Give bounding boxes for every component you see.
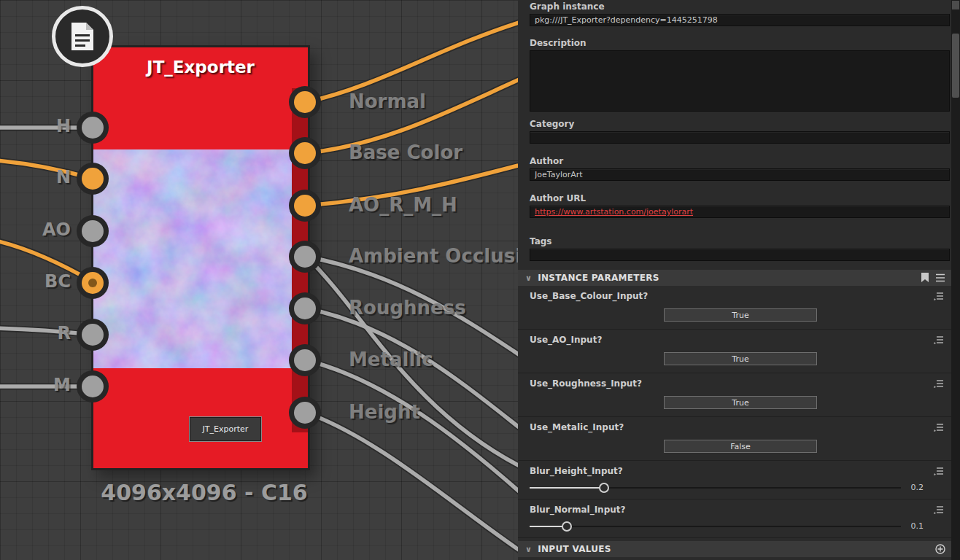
- blur-normal-slider[interactable]: [530, 526, 901, 527]
- substance-designer-window: JT_Exporter JT_Exporter H N AO BC R M: [0, 0, 960, 560]
- pin-core: [82, 324, 104, 346]
- bookmark-icon[interactable]: [921, 273, 929, 283]
- output-pin-ambient-occlusion[interactable]: [289, 241, 321, 273]
- pin-core: [82, 272, 104, 294]
- description-label: Description: [530, 38, 587, 48]
- param-row: Use_Metalic_Input? False: [518, 417, 951, 461]
- use-ao-toggle[interactable]: True: [664, 352, 817, 365]
- blur-height-slider[interactable]: [530, 487, 901, 489]
- pin-core: [82, 117, 104, 139]
- output-pin-normal[interactable]: [289, 86, 321, 118]
- pin-core: [82, 220, 104, 242]
- use-base-colour-toggle[interactable]: True: [664, 308, 817, 322]
- blur-height-value: 0.2: [911, 483, 924, 492]
- author-label: Author: [530, 156, 563, 166]
- input-label-r: R: [5, 323, 71, 343]
- output-label-normal: Normal: [349, 90, 426, 112]
- slider-handle[interactable]: [599, 483, 609, 493]
- param-row: Blur_Height_Input? 0.2: [518, 461, 951, 499]
- output-label-roughness: Roughness: [349, 297, 466, 319]
- input-pin-bc[interactable]: [77, 267, 109, 299]
- pin-core: [294, 298, 316, 319]
- pin-core: [294, 246, 316, 268]
- param-row: Use_AO_Input? True: [518, 330, 951, 373]
- add-input-icon[interactable]: [935, 544, 945, 554]
- function-menu-icon[interactable]: [934, 290, 944, 304]
- input-pin-n[interactable]: [77, 163, 109, 195]
- pin-core: [82, 376, 104, 397]
- input-pin-h[interactable]: [77, 112, 109, 144]
- function-menu-icon[interactable]: [934, 465, 944, 479]
- output-pin-metallic[interactable]: [289, 344, 321, 376]
- tags-label: Tags: [530, 236, 551, 246]
- function-menu-icon[interactable]: [934, 334, 944, 348]
- node-graph-canvas[interactable]: JT_Exporter JT_Exporter H N AO BC R M: [0, 0, 518, 560]
- param-row: Use_Roughness_Input? True: [518, 373, 951, 417]
- output-pin-height[interactable]: [289, 397, 321, 429]
- use-metalic-toggle[interactable]: False: [664, 440, 817, 453]
- description-textarea[interactable]: [530, 50, 950, 112]
- function-menu-icon[interactable]: [934, 504, 944, 518]
- node-resolution-label: 4096x4096 - C16: [44, 480, 365, 505]
- input-values-header[interactable]: ∨ INPUT VALUES: [518, 541, 951, 557]
- output-pin-roughness[interactable]: [289, 292, 321, 324]
- param-label: Use_Base_Colour_Input?: [530, 291, 648, 301]
- output-pin-ao-r-m-h[interactable]: [289, 190, 321, 222]
- output-label-metallic: Metallic: [349, 349, 433, 370]
- input-values-title: INPUT VALUES: [538, 544, 611, 554]
- output-label-height: Height: [349, 401, 420, 423]
- function-menu-icon[interactable]: [934, 421, 944, 435]
- output-pin-base-color[interactable]: [289, 137, 321, 169]
- node-title: JT_Exporter: [93, 58, 308, 77]
- instance-parameters-title: INSTANCE PARAMETERS: [538, 273, 659, 283]
- slider-fill: [530, 487, 604, 489]
- tags-input[interactable]: [530, 249, 950, 261]
- pin-core: [82, 168, 104, 190]
- chevron-down-icon[interactable]: ∨: [525, 273, 532, 283]
- panel-scrollbar[interactable]: [951, 0, 960, 560]
- scrollbar-up-button[interactable]: [952, 1, 959, 9]
- package-node-icon[interactable]: [52, 6, 113, 67]
- author-url-link[interactable]: https://www.artstation.com/joetaylorart: [535, 207, 693, 217]
- chevron-down-icon[interactable]: ∨: [525, 545, 532, 554]
- param-label: Use_Roughness_Input?: [530, 378, 642, 389]
- param-row: Use_Base_Colour_Input? True: [518, 286, 951, 330]
- jt-exporter-node[interactable]: JT_Exporter JT_Exporter: [91, 45, 310, 470]
- input-label-ao: AO: [5, 219, 71, 240]
- scrollbar-thumb[interactable]: [952, 34, 959, 98]
- input-label-h: H: [5, 116, 71, 136]
- pin-core: [294, 402, 316, 424]
- pin-core: [294, 91, 316, 113]
- input-pin-m[interactable]: [77, 370, 109, 402]
- use-roughness-toggle[interactable]: True: [664, 396, 817, 409]
- param-label: Blur_Height_Input?: [530, 466, 623, 476]
- blur-normal-value: 0.1: [911, 521, 924, 531]
- param-label: Blur_Normal_Input?: [530, 505, 625, 515]
- graph-instance-label: Graph instance: [530, 1, 605, 12]
- category-label: Category: [530, 119, 574, 129]
- pin-core: [294, 142, 316, 164]
- graph-instance-input[interactable]: [530, 14, 950, 26]
- input-label-m: M: [5, 375, 71, 395]
- input-label-bc: BC: [5, 271, 71, 292]
- param-row: Blur_Normal_Input? 0.1: [518, 499, 951, 538]
- slider-handle[interactable]: [562, 521, 572, 532]
- param-label: Use_Metalic_Input?: [530, 422, 624, 432]
- parameter-list-icon[interactable]: [935, 273, 945, 283]
- author-input[interactable]: [530, 168, 950, 181]
- category-input[interactable]: [530, 131, 950, 144]
- instance-parameters-header[interactable]: ∨ INSTANCE PARAMETERS: [518, 270, 951, 286]
- pin-core: [294, 195, 316, 217]
- input-pin-ao[interactable]: [77, 215, 109, 247]
- function-menu-icon[interactable]: [934, 378, 944, 392]
- input-pin-r[interactable]: [77, 319, 109, 351]
- input-label-n: N: [5, 167, 71, 187]
- author-url-field[interactable]: https://www.artstation.com/joetaylorart: [530, 206, 950, 218]
- document-icon: [70, 21, 95, 52]
- node-instance-button[interactable]: JT_Exporter: [189, 416, 262, 442]
- properties-panel: Graph instance Description Category Auth…: [518, 0, 960, 560]
- param-label: Use_AO_Input?: [530, 335, 602, 345]
- output-label-ao-r-m-h: AO_R_M_H: [349, 194, 457, 216]
- pin-core: [294, 349, 316, 371]
- normal-map-preview: [93, 149, 292, 368]
